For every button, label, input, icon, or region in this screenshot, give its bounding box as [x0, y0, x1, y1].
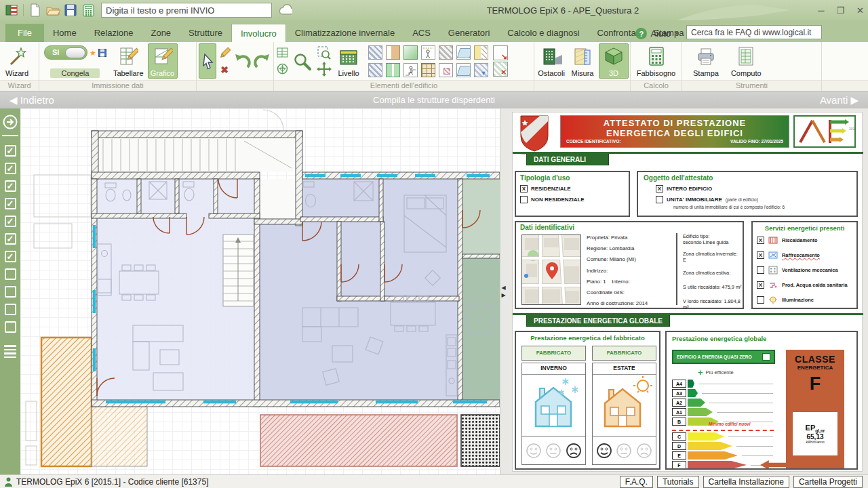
- tab-involucro[interactable]: Involucro: [231, 24, 286, 42]
- ape-logo: 2015: [793, 115, 856, 148]
- tab-file[interactable]: File: [5, 24, 44, 42]
- snap-center-icon[interactable]: [277, 63, 288, 75]
- help-menu[interactable]: ? Aiuto ▼: [635, 28, 679, 39]
- person-stairs-tool-icon[interactable]: [403, 63, 418, 77]
- wizard-button[interactable]: Wizard: [2, 43, 32, 79]
- layer-list-icon[interactable]: [4, 345, 16, 358]
- floor-plan-canvas[interactable]: [20, 108, 500, 474]
- double-window-tool-icon[interactable]: [386, 63, 400, 77]
- expand-arrow-icon[interactable]: [2, 114, 18, 130]
- tab-strutture[interactable]: Strutture: [180, 24, 231, 42]
- layer-checkbox-2[interactable]: [5, 163, 16, 174]
- zoom-button[interactable]: [290, 43, 315, 79]
- ostacoli-button[interactable]: Ostacoli: [536, 43, 566, 79]
- tab-relazione[interactable]: Relazione: [85, 24, 142, 42]
- toolbar-separator: [23, 4, 24, 16]
- inverno-label: INVERNO: [522, 363, 585, 375]
- congela-toggle[interactable]: SI: [44, 45, 87, 60]
- computo-button[interactable]: Computo: [728, 43, 764, 79]
- cartella-installazione-button[interactable]: Cartella Installazione: [703, 476, 789, 488]
- panel-splitter[interactable]: ◀ ▶: [500, 108, 507, 474]
- ribbon: Wizard Wizard SI ★ Congela: [0, 42, 868, 92]
- minimo-edifici-nuovi-label: Minimo edifici nuovi: [709, 422, 750, 426]
- edit-pencil-icon[interactable]: [218, 47, 231, 60]
- layer-checkbox-9[interactable]: [5, 286, 16, 298]
- exterior-wall-tool-icon[interactable]: [368, 45, 382, 60]
- nzeb-banner: EDIFICIO A ENERGIA QUASI ZERO: [672, 350, 775, 364]
- window-insert-icon[interactable]: [493, 45, 508, 60]
- pan-icon[interactable]: [317, 62, 332, 77]
- ep-value: 65,13: [806, 433, 823, 441]
- misura-button[interactable]: Misura: [568, 43, 597, 79]
- thermal-bridge-tool-icon[interactable]: [439, 63, 453, 77]
- table-edit-icon: [118, 46, 138, 66]
- tabellare-button[interactable]: Tabellare: [111, 43, 146, 79]
- faq-button[interactable]: F.A.Q.: [620, 476, 653, 488]
- new-document-icon[interactable]: [28, 3, 43, 18]
- classe-energetica-box: CLASSE ENERGETICA F EPgl,nr 65,13 kWh/m²…: [786, 350, 844, 470]
- tab-home[interactable]: Home: [44, 24, 85, 42]
- obstacles-icon: [540, 46, 563, 66]
- layer-checkbox-8[interactable]: [5, 268, 16, 280]
- forward-button[interactable]: Avanti ▶: [820, 94, 859, 106]
- open-folder-icon[interactable]: [45, 3, 60, 18]
- tab-zone[interactable]: Zone: [142, 24, 180, 42]
- tab-generatori[interactable]: Generatori: [439, 24, 498, 42]
- cloud-icon[interactable]: [277, 3, 292, 18]
- sloped-glazing-tool-icon[interactable]: [456, 45, 471, 60]
- fabbisogno-button[interactable]: Fabbisogno: [634, 43, 679, 79]
- window-tool-icon[interactable]: [403, 45, 418, 60]
- calculator-icon[interactable]: [81, 3, 96, 18]
- tab-calcolo-e-diagnosi[interactable]: Calcolo e diagnosi: [498, 24, 588, 42]
- layer-checkbox-1[interactable]: [5, 145, 16, 157]
- cartella-progetti-button[interactable]: Cartella Progetti: [793, 476, 863, 488]
- layer-checkbox-10[interactable]: [5, 304, 16, 315]
- small-table-icon[interactable]: [277, 47, 288, 58]
- unita-immobiliare-checkbox: [656, 196, 663, 203]
- ape-preview-panel[interactable]: REGIONE MOLISE ATTESTATO DI PRESTAZIONE …: [507, 108, 868, 474]
- mini-save-icon: [98, 49, 106, 57]
- delete-icon[interactable]: ✖: [220, 66, 229, 75]
- partition-wall-tool-icon[interactable]: [368, 63, 382, 77]
- roof-window-tool-icon[interactable]: [456, 63, 471, 77]
- tutorials-button[interactable]: Tutorials: [657, 476, 699, 488]
- stampa-button[interactable]: Stampa: [690, 43, 722, 79]
- window-remove-icon[interactable]: [493, 62, 508, 77]
- tab-climatizzazione-invernale[interactable]: Climatizzazione invernale: [286, 24, 403, 42]
- neutral-face-icon: [545, 443, 561, 459]
- door-tool-icon[interactable]: [386, 45, 400, 60]
- class-d-chip: D: [672, 442, 686, 450]
- hot-water-icon: [768, 281, 778, 289]
- undo-button[interactable]: [233, 43, 252, 79]
- person-dimension-tool-icon[interactable]: [421, 45, 435, 60]
- grafico-button[interactable]: Grafico: [148, 43, 178, 79]
- livello-button[interactable]: Livello: [334, 43, 363, 79]
- save-icon[interactable]: [63, 3, 78, 18]
- quick-command-input[interactable]: [101, 3, 272, 18]
- oggetto-attestato-box: Oggetto dell'attestato XINTERO EDIFICIO …: [637, 171, 858, 217]
- layer-checkbox-5[interactable]: [5, 216, 16, 227]
- tab-acs[interactable]: ACS: [403, 24, 439, 42]
- layer-checkbox-6[interactable]: [5, 233, 16, 245]
- faq-search-input[interactable]: [686, 25, 822, 39]
- intero-edificio-checkbox: X: [656, 185, 663, 192]
- 3d-view-button[interactable]: 3D: [599, 43, 629, 79]
- close-button[interactable]: ✕: [856, 5, 864, 16]
- ground-floor-tool-icon[interactable]: [474, 63, 488, 77]
- collapse-left-icon[interactable]: ◀: [501, 285, 505, 291]
- glazed-grid-tool-icon[interactable]: [421, 63, 435, 77]
- insulated-wall-tool-icon[interactable]: [474, 45, 488, 60]
- zoom-window-icon[interactable]: [317, 46, 331, 60]
- layer-checkbox-7[interactable]: [5, 251, 16, 262]
- select-cursor-button[interactable]: [199, 43, 216, 79]
- group-label-calcolo: Calcolo: [631, 80, 682, 91]
- redo-button[interactable]: [253, 43, 272, 79]
- layer-checkbox-4[interactable]: [5, 198, 16, 209]
- layer-checkbox-3[interactable]: [5, 180, 16, 192]
- cursor-icon: [201, 53, 214, 70]
- internal-wall-tool-icon[interactable]: [439, 45, 453, 60]
- restore-button[interactable]: ❐: [836, 5, 844, 16]
- layer-checkbox-11[interactable]: [5, 321, 16, 333]
- minimize-button[interactable]: ─: [818, 5, 824, 16]
- collapse-right-icon[interactable]: ▶: [501, 292, 505, 298]
